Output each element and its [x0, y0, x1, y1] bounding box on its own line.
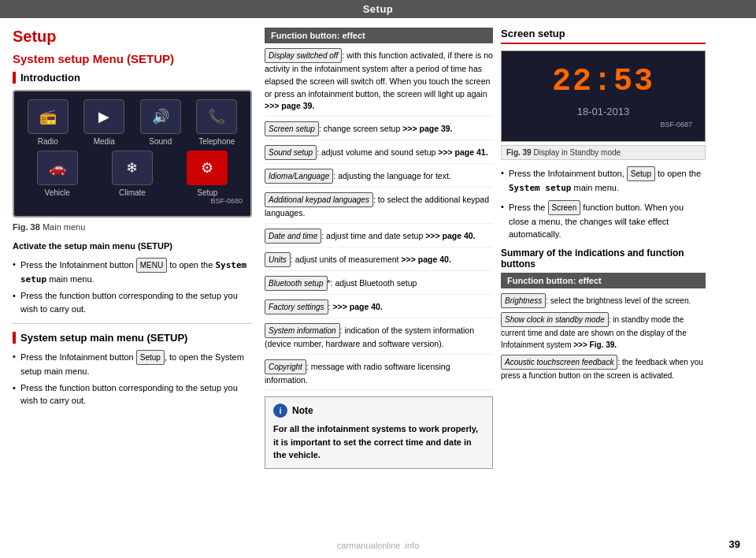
- sound-setup-tag: Sound setup: [265, 145, 317, 160]
- system-setup-bar: System setup main menu (SETUP): [13, 332, 252, 344]
- radio-icon-box: 📻: [28, 99, 69, 134]
- menu-item-setup: ⚙ Setup: [172, 151, 243, 197]
- intro-label: Introduction: [20, 72, 80, 84]
- system-bullet-2: Press the function button corresponding …: [13, 381, 252, 407]
- clock-fig-ref: BSF-0687: [514, 121, 692, 128]
- bsf-label: BSF-0680: [22, 197, 243, 205]
- date-time-tag: Date and time: [265, 229, 321, 244]
- func-item-bluetooth: Bluetooth setup*: adjust Bluetooth setup: [265, 276, 493, 295]
- system-setup-title: System setup Menu (SETUP): [13, 52, 252, 65]
- acoustic-tag: Acoustic touchscreen feedback: [501, 355, 617, 370]
- note-label: Note: [292, 405, 313, 416]
- media-icon-box: ▶: [83, 99, 124, 134]
- brightness-tag: Brightness: [501, 293, 546, 308]
- factory-tag: Factory settings: [265, 299, 328, 314]
- menu-btn: MENU: [136, 258, 167, 273]
- func-item-units: Units: adjust units of measurement >>> p…: [265, 252, 493, 271]
- setup-icon-box: ⚙: [187, 151, 228, 185]
- units-tag: Units: [265, 252, 291, 267]
- func-item-date-time: Date and time: adjust time and date setu…: [265, 229, 493, 247]
- right-func-acoustic: Acoustic touchscreen feedback: the feedb…: [501, 355, 706, 381]
- main-content: Setup System setup Menu (SETUP) Introduc…: [0, 18, 756, 478]
- fig39-ref: Fig. 39: [506, 148, 532, 157]
- right-func-header: Function button: effect: [501, 273, 706, 288]
- func-item-sound-setup: Sound setup: adjust volume and sound set…: [265, 145, 493, 164]
- radio-label: Radio: [38, 137, 58, 146]
- activate-bullet-1: Press the Infotainment button MENU to op…: [13, 258, 252, 287]
- radio-icon: 📻: [39, 108, 57, 125]
- note-box: i Note For all the infotainment systems …: [265, 396, 493, 469]
- right-func-clock-standby: Show clock in standby mode: in standby m…: [501, 312, 706, 351]
- keypad-tag: Additional keypad languages: [265, 192, 373, 207]
- clock-display: 22:53 18-01-2013 BSF-0687: [501, 50, 706, 142]
- middle-column: Function button: effect Display switched…: [265, 28, 501, 469]
- language-tag: Idioma/Language: [265, 169, 333, 184]
- menu-item-radio: 📻 Radio: [22, 99, 74, 146]
- media-label: Media: [94, 137, 115, 146]
- sound-icon-box: 🔊: [140, 99, 181, 134]
- climate-icon: ❄: [126, 159, 138, 177]
- right-func-brightness: Brightness: select the brightness level …: [501, 293, 706, 308]
- activate-title: Activate the setup main menu (SETUP): [13, 240, 252, 253]
- right-column: Screen setup 22:53 18-01-2013 BSF-0687 F…: [501, 28, 706, 469]
- menu-item-vehicle: 🚗 Vehicle: [22, 151, 92, 197]
- setup-label: Setup: [197, 188, 217, 197]
- screen-header: Screen setup: [501, 28, 706, 44]
- sound-label: Sound: [149, 137, 172, 146]
- screen-setup-tag: Screen setup: [265, 121, 319, 136]
- clock-time: 22:53: [514, 64, 692, 99]
- fig38-ref: Fig. 38: [13, 222, 40, 232]
- page: Setup Setup System setup Menu (SETUP) In…: [0, 0, 756, 558]
- menu-item-climate: ❄ Climate: [97, 151, 167, 197]
- system-setup-bar-label: System setup main menu (SETUP): [20, 332, 187, 344]
- telephone-label: Telephone: [198, 137, 235, 146]
- menu-item-telephone: 📞 Telephone: [191, 99, 243, 146]
- intro-bar: Introduction: [13, 72, 252, 84]
- climate-icon-box: ❄: [112, 151, 153, 185]
- media-icon: ▶: [98, 108, 109, 125]
- top-bar-label: Setup: [363, 3, 394, 15]
- left-column: Setup System setup Menu (SETUP) Introduc…: [13, 28, 265, 469]
- menu-grid-bottom: 🚗 Vehicle ❄ Climate ⚙ Setu: [22, 151, 243, 197]
- fig38-caption: Fig. 38 Main menu: [13, 222, 252, 232]
- setup-btn: Setup: [136, 350, 165, 365]
- menu-screenshot: 📻 Radio ▶ Media 🔊 Sound: [13, 90, 252, 218]
- vehicle-label: Vehicle: [45, 188, 70, 197]
- vehicle-icon-box: 🚗: [37, 151, 78, 185]
- summary-header: Summary of the indications and function …: [501, 247, 706, 270]
- activate-bullet-2: Press the function button corresponding …: [13, 289, 252, 315]
- note-text: For all the infotainment systems to work…: [273, 422, 484, 462]
- copyright-tag: Copyright: [265, 359, 306, 374]
- telephone-icon: 📞: [208, 108, 225, 125]
- screen-btn-right: Screen: [548, 200, 581, 215]
- fig39-caption: Fig. 39 Display in Standby mode: [501, 145, 706, 160]
- fig38-text: Main menu: [43, 222, 85, 232]
- menu-item-media: ▶ Media: [79, 99, 131, 146]
- bluetooth-tag: Bluetooth setup: [265, 276, 328, 291]
- clock-standby-tag: Show clock in standby mode: [501, 312, 609, 327]
- vehicle-icon: 🚗: [49, 159, 66, 177]
- setup-title: Setup: [13, 28, 252, 46]
- func-item-sysinfo: System information: indication of the sy…: [265, 323, 493, 355]
- sysinfo-tag: System information: [265, 323, 340, 338]
- menu-grid-top: 📻 Radio ▶ Media 🔊 Sound: [22, 99, 243, 146]
- display-off-tag: Display switched off: [265, 48, 342, 63]
- fig39-text: Display in Standby mode: [533, 148, 621, 157]
- setup-icon: ⚙: [201, 159, 213, 177]
- note-header: i Note: [273, 404, 484, 418]
- setup-btn-right: Setup: [627, 166, 655, 181]
- right-bullet-2: Press the Screen function button. When y…: [501, 200, 706, 241]
- telephone-icon-box: 📞: [196, 99, 237, 134]
- menu-item-sound: 🔊 Sound: [135, 99, 187, 146]
- func-item-language: Idioma/Language: adjusting the language …: [265, 169, 493, 188]
- func-header: Function button: effect: [265, 28, 493, 43]
- func-item-display-off: Display switched off: with this function…: [265, 48, 493, 117]
- clock-date: 18-01-2013: [514, 106, 692, 117]
- page-number: 39: [729, 538, 740, 550]
- top-bar: Setup: [0, 0, 756, 18]
- func-item-keypad: Additional keypad languages: to select t…: [265, 192, 493, 224]
- func-item-copyright: Copyright: message with radio software l…: [265, 359, 493, 391]
- right-bullet-1: Press the Infotainment button, Setup to …: [501, 166, 706, 195]
- func-item-factory: Factory settings: >>> page 40.: [265, 299, 493, 318]
- func-item-screen-setup: Screen setup: change screen setup >>> pa…: [265, 121, 493, 140]
